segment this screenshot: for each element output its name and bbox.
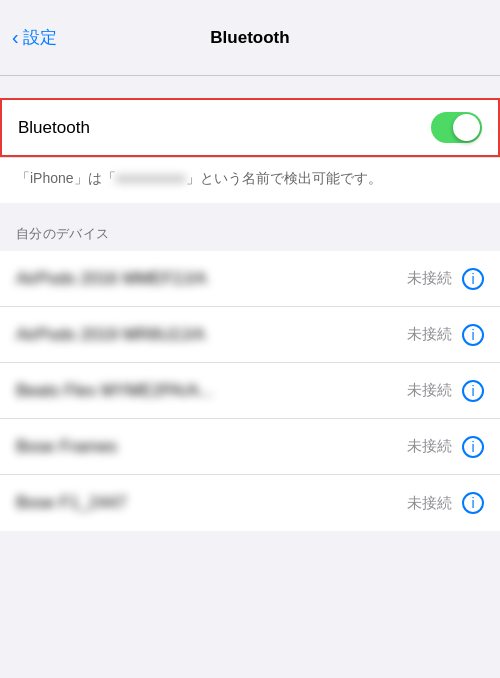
back-label: 設定 bbox=[23, 26, 57, 49]
device-right: 未接続 i bbox=[407, 268, 484, 290]
device-status: 未接続 bbox=[407, 381, 452, 400]
bluetooth-description-section: 「iPhone」は「xxxxxxxxxx」という名前で検出可能です。 bbox=[0, 157, 500, 203]
info-button[interactable]: i bbox=[462, 268, 484, 290]
device-name: AirPods 2019 MR8U2J/A bbox=[16, 325, 407, 345]
list-item[interactable]: Beats Flex MYME2PA/A... 未接続 i bbox=[0, 363, 500, 419]
navigation-bar: ‹ 設定 Bluetooth bbox=[0, 0, 500, 76]
list-item[interactable]: AirPods 2019 MR8U2J/A 未接続 i bbox=[0, 307, 500, 363]
device-list: AirPods 2016 MMEF2J/A 未接続 i AirPods 2019… bbox=[0, 251, 500, 531]
device-status: 未接続 bbox=[407, 494, 452, 513]
device-status: 未接続 bbox=[407, 437, 452, 456]
list-item[interactable]: Bose Frames 未接続 i bbox=[0, 419, 500, 475]
my-devices-section: 自分のデバイス AirPods 2016 MMEF2J/A 未接続 i AirP… bbox=[0, 203, 500, 531]
back-button[interactable]: ‹ 設定 bbox=[12, 26, 57, 49]
device-right: 未接続 i bbox=[407, 380, 484, 402]
device-right: 未接続 i bbox=[407, 324, 484, 346]
device-status: 未接続 bbox=[407, 325, 452, 344]
device-right: 未接続 i bbox=[407, 492, 484, 514]
info-button[interactable]: i bbox=[462, 436, 484, 458]
list-item[interactable]: AirPods 2016 MMEF2J/A 未接続 i bbox=[0, 251, 500, 307]
device-name: Beats Flex MYME2PA/A... bbox=[16, 381, 407, 401]
bluetooth-description: 「iPhone」は「xxxxxxxxxx」という名前で検出可能です。 bbox=[16, 170, 382, 186]
chevron-left-icon: ‹ bbox=[12, 26, 19, 49]
device-name: Bose Frames bbox=[16, 437, 407, 457]
info-button[interactable]: i bbox=[462, 380, 484, 402]
device-status: 未接続 bbox=[407, 269, 452, 288]
bluetooth-toggle[interactable] bbox=[431, 112, 482, 143]
page-title: Bluetooth bbox=[210, 28, 289, 48]
list-item[interactable]: Bose F1_2447 未接続 i bbox=[0, 475, 500, 531]
my-devices-header: 自分のデバイス bbox=[0, 203, 500, 251]
bluetooth-label: Bluetooth bbox=[18, 118, 90, 138]
device-name: AirPods 2016 MMEF2J/A bbox=[16, 269, 407, 289]
device-right: 未接続 i bbox=[407, 436, 484, 458]
info-button[interactable]: i bbox=[462, 492, 484, 514]
info-button[interactable]: i bbox=[462, 324, 484, 346]
device-name: Bose F1_2447 bbox=[16, 493, 407, 513]
bluetooth-toggle-section: Bluetooth 「iPhone」は「xxxxxxxxxx」という名前で検出可… bbox=[0, 98, 500, 203]
bluetooth-toggle-row: Bluetooth bbox=[0, 98, 500, 157]
